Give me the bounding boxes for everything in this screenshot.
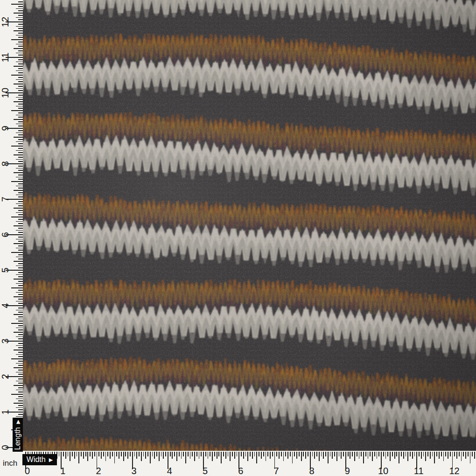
width-inch-number: 11 — [414, 467, 424, 475]
length-inch-number: 12 — [0, 16, 10, 28]
width-inch-number: 9 — [345, 467, 350, 475]
tick-marks — [26, 452, 475, 469]
width-inch-number: 6 — [238, 467, 243, 475]
ruler-unit-label: inch — [3, 459, 17, 468]
fabric-swatch-photo — [23, 0, 476, 451]
width-inch-number: 8 — [309, 467, 315, 475]
width-inch-number: 7 — [273, 467, 279, 475]
length-inch-number: 11 — [0, 51, 10, 63]
right-arrow-icon: ▶ — [49, 457, 53, 462]
length-inch-number: 6 — [0, 229, 10, 241]
width-inch-number: 1 — [60, 467, 65, 475]
width-label-text: Width — [27, 455, 46, 464]
length-inch-number: 10 — [0, 87, 10, 99]
vignette-overlay — [23, 0, 476, 451]
width-ruler: 0123456789101112 — [0, 451, 476, 476]
length-ruler: 0123456789101112 — [0, 0, 23, 476]
length-inch-number: 5 — [0, 264, 10, 276]
width-inch-number: 10 — [378, 467, 388, 475]
width-inch-number: 0 — [25, 467, 30, 475]
length-inch-number: 8 — [0, 158, 10, 170]
length-axis-label: Length ▶ — [13, 418, 23, 452]
width-inch-number: 5 — [203, 467, 208, 475]
up-arrow-icon: ▶ — [15, 420, 21, 423]
length-inch-number: 3 — [0, 335, 10, 347]
length-inch-number: 9 — [0, 122, 10, 134]
fabric-listing-image: 0123456789101112 0123456789101112 Length… — [0, 0, 476, 476]
width-inch-number: 3 — [132, 467, 137, 475]
width-inch-number: 2 — [96, 467, 101, 475]
width-inch-number: 4 — [167, 467, 172, 475]
length-inch-number: 2 — [0, 371, 10, 383]
length-inch-number: 4 — [0, 300, 10, 312]
length-inch-number: 1 — [0, 406, 10, 418]
length-label-text: Length — [14, 427, 22, 450]
width-inch-number: 12 — [449, 467, 459, 475]
fabric-swatch-image — [23, 0, 476, 451]
width-axis-label: Width ▶ — [22, 454, 57, 465]
length-inch-number: 7 — [0, 193, 10, 205]
